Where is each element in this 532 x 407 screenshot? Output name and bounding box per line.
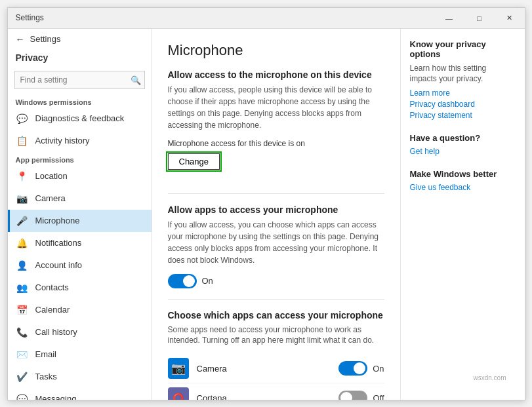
notifications-icon: 🔔 [16, 237, 29, 250]
main-area: ← Settings Privacy 🔍 Windows permissions… [8, 29, 525, 400]
calendar-label: Calendar [35, 305, 70, 315]
learn-more-link[interactable]: Learn more [410, 88, 516, 98]
privacy-statement-link[interactable]: Privacy statement [410, 111, 516, 120]
sidebar-item-email[interactable]: ✉️ Email [8, 343, 152, 366]
back-label: Settings [30, 34, 61, 44]
sidebar-item-account-info[interactable]: 👤 Account info [8, 254, 152, 277]
microphone-label: Microphone [35, 216, 80, 225]
cortana-toggle-label: Off [373, 393, 384, 400]
give-feedback-link[interactable]: Give us feedback [410, 183, 516, 192]
cortana-app-icon: ⭕ [168, 387, 189, 399]
section3-desc: Some apps need to access your microphone… [168, 324, 384, 347]
right-panel: Know your privacy options Learn how this… [400, 29, 525, 400]
email-label: Email [35, 349, 57, 359]
minimize-button[interactable]: — [434, 8, 464, 29]
location-label: Location [35, 171, 68, 181]
change-button[interactable]: Change [168, 153, 220, 170]
camera-app-toggle[interactable] [338, 361, 367, 376]
titlebar-controls: — □ ✕ [434, 8, 525, 28]
camera-app-icon: 📷 [168, 358, 189, 379]
diagnostics-label: Diagnostics & feedback [35, 113, 125, 123]
right-panel-feedback: Make Windows better Give us feedback [410, 169, 516, 192]
camera-app-info: Camera [197, 364, 339, 374]
sidebar-item-messaging[interactable]: 💬 Messaging [8, 388, 152, 400]
right-panel-question-title: Have a question? [410, 133, 516, 143]
section2-title: Allow apps to access your microphone [168, 204, 384, 215]
right-panel-privacy-title: Know your privacy options [410, 39, 516, 59]
divider1 [168, 193, 384, 194]
main-toggle-row: On [168, 274, 384, 288]
sidebar: ← Settings Privacy 🔍 Windows permissions… [8, 29, 152, 400]
notifications-label: Notifications [35, 238, 82, 248]
email-icon: ✉️ [16, 348, 29, 361]
diagnostics-icon: 💬 [16, 112, 29, 125]
device-status-text: Microphone access for this device is on [168, 139, 384, 148]
privacy-dashboard-link[interactable]: Privacy dashboard [410, 100, 516, 109]
right-panel-feedback-title: Make Windows better [410, 169, 516, 179]
sidebar-item-notifications[interactable]: 🔔 Notifications [8, 232, 152, 254]
activity-icon: 📋 [16, 134, 29, 147]
messaging-label: Messaging [35, 394, 77, 400]
search-box: 🔍 [14, 71, 145, 89]
camera-toggle-label: On [373, 364, 384, 374]
content-area: Microphone Allow access to the microphon… [152, 29, 400, 400]
camera-toggle-knob [354, 362, 365, 374]
back-button[interactable]: ← Settings [8, 29, 152, 50]
main-microphone-toggle[interactable] [168, 274, 197, 288]
close-button[interactable]: ✕ [495, 8, 525, 29]
get-help-link[interactable]: Get help [410, 147, 516, 156]
search-icon: 🔍 [131, 75, 141, 85]
sidebar-item-diagnostics[interactable]: 💬 Diagnostics & feedback [8, 107, 152, 130]
location-icon: 📍 [16, 170, 29, 183]
titlebar: Settings — □ ✕ [8, 8, 525, 29]
sidebar-item-calendar[interactable]: 📅 Calendar [8, 299, 152, 321]
account-info-icon: 👤 [16, 259, 29, 272]
settings-window: Settings — □ ✕ ← Settings Privacy 🔍 Wind… [7, 7, 525, 400]
section3-title: Choose which apps can access your microp… [168, 310, 384, 320]
search-input[interactable] [14, 71, 145, 89]
contacts-label: Contacts [35, 282, 69, 292]
tasks-icon: ✔️ [16, 370, 29, 383]
titlebar-title: Settings [16, 13, 44, 22]
sidebar-app-name: Privacy [8, 50, 152, 68]
back-arrow-icon: ← [16, 34, 25, 45]
account-info-label: Account info [35, 260, 83, 270]
app-row-camera: 📷 Camera On [168, 354, 384, 383]
activity-label: Activity history [35, 136, 90, 145]
section1-title: Allow access to the microphone on this d… [168, 69, 384, 80]
right-panel-question: Have a question? Get help [410, 133, 516, 156]
sidebar-item-camera[interactable]: 📷 Camera [8, 187, 152, 210]
section2-desc: If you allow access, you can choose whic… [168, 219, 384, 266]
sidebar-item-contacts[interactable]: 👥 Contacts [8, 277, 152, 299]
right-panel-privacy: Know your privacy options Learn how this… [410, 39, 516, 121]
calendar-icon: 📅 [16, 303, 29, 317]
call-history-icon: 📞 [16, 326, 29, 339]
sidebar-item-location[interactable]: 📍 Location [8, 165, 152, 187]
maximize-button[interactable]: □ [464, 8, 495, 29]
cortana-toggle-wrap: Off [338, 391, 384, 399]
microphone-icon: 🎤 [16, 214, 29, 227]
windows-permissions-label: Windows permissions [8, 94, 152, 107]
cortana-toggle-knob [340, 392, 352, 399]
app-permissions-label: App permissions [8, 152, 152, 165]
call-history-label: Call history [35, 327, 77, 337]
camera-app-name: Camera [197, 364, 339, 374]
right-panel-privacy-text: Learn how this setting impacts your priv… [410, 63, 516, 85]
sidebar-item-tasks[interactable]: ✔️ Tasks [8, 366, 152, 388]
page-title: Microphone [168, 42, 384, 59]
sidebar-item-activity[interactable]: 📋 Activity history [8, 130, 152, 152]
cortana-app-name: Cortana [197, 393, 339, 400]
contacts-icon: 👥 [16, 281, 29, 294]
section1-desc: If you allow access, people using this d… [168, 84, 384, 131]
app-row-cortana: ⭕ Cortana Off [168, 383, 384, 399]
cortana-app-info: Cortana [197, 393, 339, 400]
main-toggle-knob [183, 275, 195, 287]
sidebar-item-call-history[interactable]: 📞 Call history [8, 321, 152, 343]
divider2 [168, 299, 384, 300]
sidebar-item-microphone[interactable]: 🎤 Microphone [8, 210, 152, 232]
camera-icon: 📷 [16, 192, 29, 205]
messaging-icon: 💬 [16, 393, 29, 400]
camera-toggle-wrap: On [338, 361, 384, 376]
main-toggle-label: On [202, 276, 213, 286]
cortana-app-toggle[interactable] [338, 391, 367, 399]
